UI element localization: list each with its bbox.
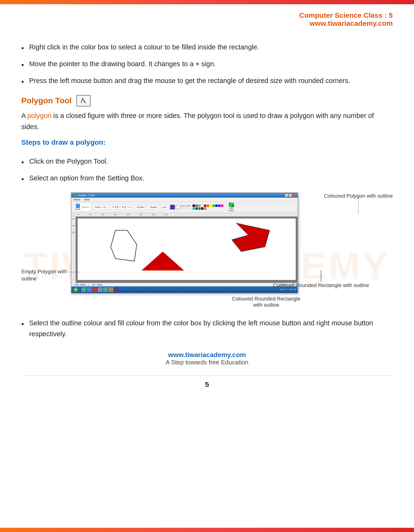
steps-heading: Steps to draw a polygon:	[21, 138, 393, 146]
canvas-drawing-area[interactable]	[77, 218, 296, 280]
tools-label: Tools	[127, 206, 132, 208]
bullet-dot: •	[21, 318, 24, 330]
swatch-gray[interactable]	[198, 205, 201, 207]
ruler-v-100: 100	[72, 218, 75, 220]
swatch-dgreen[interactable]	[198, 207, 201, 210]
status-size: 94 × 394px	[92, 284, 103, 286]
ribbon-brushes: Brushes	[135, 205, 146, 209]
swatch-orange2[interactable]	[204, 207, 206, 210]
ruler-300: 300	[114, 214, 117, 216]
paste-button[interactable]: Paste	[75, 204, 80, 210]
paint-canvas[interactable]	[76, 217, 298, 283]
ribbon-clipboard: Paste Clipboard	[73, 203, 91, 211]
swatch-red[interactable]	[204, 205, 206, 207]
swatch-white[interactable]	[201, 205, 203, 207]
taskbar-icon-3[interactable]	[92, 287, 97, 292]
c2n: 2	[186, 207, 191, 209]
brushes-button[interactable]: Brushes	[137, 206, 144, 208]
menu-home[interactable]: Home	[73, 198, 80, 201]
swatch-brown[interactable]	[195, 207, 198, 210]
shapes-button[interactable]: Shapes	[150, 206, 157, 208]
bottom-bullet-list: • Select the outline colour and fill col…	[21, 318, 393, 340]
bullet-text: Right click in the color box to select a…	[29, 42, 259, 52]
fill-icon[interactable]: A	[115, 206, 116, 208]
taskbar-icon-7[interactable]	[114, 287, 119, 292]
svg-marker-0	[111, 230, 137, 261]
header-title: Computer Science Class : 5	[21, 11, 393, 19]
bullet-dot: •	[21, 59, 24, 71]
paint-window: Untitled - Paint Home View	[71, 192, 289, 294]
filled-polygon-svg	[230, 221, 277, 259]
paint-canvas-area: 100 200 300	[71, 217, 298, 283]
bullet-dot: •	[21, 42, 24, 54]
callout-empty-polygon: Empty Polygon with outline	[21, 268, 69, 283]
ruler-500: 500	[139, 214, 142, 216]
list-item: • Select the outline colour and fill col…	[21, 318, 393, 340]
footer-divider	[21, 375, 393, 376]
edit-colors-button[interactable]: Editcolors	[229, 203, 234, 212]
start-icon: ⊞	[75, 288, 77, 291]
ribbon-image: Select Image	[93, 205, 108, 209]
list-item: • Select an option from the Setting Box.	[21, 173, 393, 185]
polygon-tool-heading: Polygon Tool	[21, 95, 393, 106]
swatch-dgray[interactable]	[195, 205, 198, 207]
list-item: • Move the pointer to the drawing board.…	[21, 58, 393, 71]
list-item: • Press the left mouse button and drag t…	[21, 75, 393, 88]
pencil-icon[interactable]: ✏	[112, 206, 114, 208]
footer: www.tiwariacademy.com A Step towards fre…	[21, 351, 393, 373]
callout-coloured-polygon: Coloured Polygon with outline	[324, 192, 393, 214]
edit-colors-label: Editcolors	[229, 207, 234, 212]
color2-box[interactable]	[176, 205, 180, 209]
swatch-pink[interactable]	[221, 205, 223, 207]
ruler-200: 200	[101, 214, 104, 216]
bullet-text: Select an option from the Setting Box.	[29, 173, 144, 183]
bullet-text: Press the left mouse button and drag the…	[29, 75, 350, 86]
menu-view[interactable]: View	[84, 198, 90, 201]
swatch-green[interactable]	[212, 205, 215, 207]
paint-window-inner: Untitled - Paint Home View	[71, 192, 298, 294]
bottom-decorative-border	[0, 528, 414, 532]
titlebar-buttons	[285, 194, 296, 197]
taskbar-icon-2[interactable]	[87, 287, 92, 292]
taskbar-icon-6[interactable]	[109, 287, 113, 292]
list-item: • Right click in the color box to select…	[21, 42, 393, 54]
swatch-orange[interactable]	[207, 205, 209, 207]
picker-icon[interactable]: ⊕	[122, 206, 124, 208]
swatch-cyan[interactable]	[193, 207, 195, 210]
color-labels: Color 1	[181, 205, 185, 209]
swatch-black[interactable]	[193, 205, 195, 207]
bottom-callout-label: Coloured Rounded Rectanglewith outline	[140, 296, 393, 308]
steps-bullet-list: • Click on the Polygon Tool. • Select an…	[21, 156, 393, 185]
paint-titlebar: Untitled - Paint	[71, 193, 298, 198]
swatch-purple[interactable]	[218, 205, 221, 207]
left-ruler: 100 200 300	[71, 217, 76, 283]
paint-ruler: 0 100 200 300 400 500 600 700	[71, 213, 298, 217]
footer-website: www.tiwariacademy.com	[21, 351, 393, 359]
swatch-blue[interactable]	[215, 205, 218, 207]
ruler-100: 100	[88, 214, 92, 216]
start-button[interactable]: ⊞	[73, 287, 78, 292]
eraser-icon[interactable]: ✓	[119, 206, 121, 208]
swatch-dblue[interactable]	[201, 207, 203, 210]
select-button[interactable]: Select	[95, 206, 101, 208]
taskbar-icon-1[interactable]	[81, 287, 86, 292]
titlebar-title: Untitled - Paint	[77, 194, 95, 197]
magnify-icon[interactable]: Q	[125, 206, 126, 208]
text-icon[interactable]: A	[117, 206, 118, 208]
maximize-button[interactable]	[289, 194, 292, 197]
color1-box[interactable]	[170, 205, 175, 210]
page-number: 5	[21, 380, 393, 389]
list-item: • Click on the Polygon Tool.	[21, 156, 393, 168]
ruler-v-300: 300	[72, 231, 75, 234]
paint-app-icon	[73, 194, 76, 197]
size-button[interactable]: Size	[162, 206, 166, 208]
taskbar-icon-5[interactable]	[103, 287, 108, 292]
color-boxes: Color 1 Color 2	[170, 205, 191, 210]
taskbar-icon-4[interactable]	[98, 287, 102, 292]
swatch-yellow[interactable]	[210, 205, 212, 207]
close-button[interactable]	[292, 194, 296, 197]
bullet-dot: •	[21, 156, 24, 168]
minimize-button[interactable]	[285, 194, 288, 197]
titlebar-left: Untitled - Paint	[73, 194, 95, 197]
ruler-0: 0	[78, 214, 79, 216]
